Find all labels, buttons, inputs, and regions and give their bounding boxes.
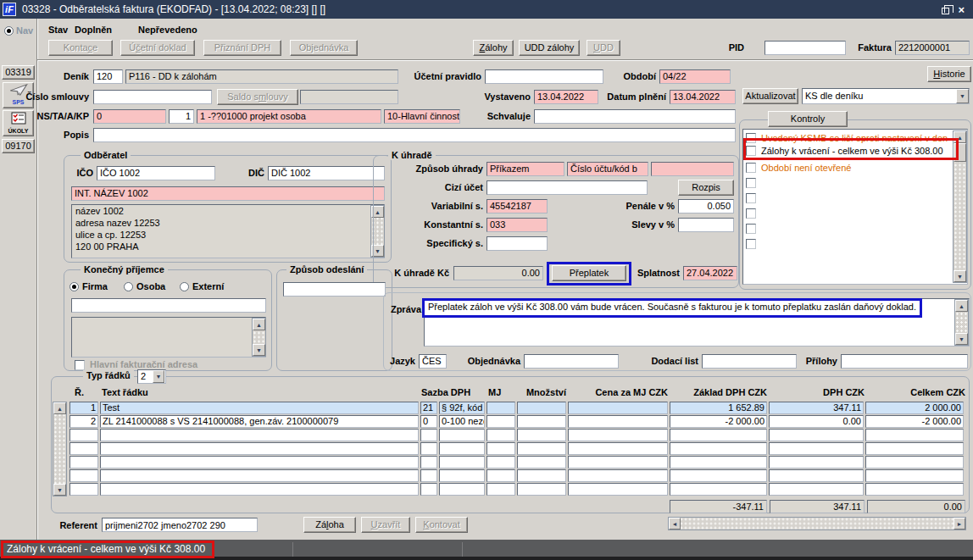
zpusob-uhrady-field[interactable]: Příkazem [486, 162, 564, 176]
pid-label: PID [719, 41, 744, 55]
zalohy-button[interactable]: Zálohy [473, 40, 514, 56]
penale-field[interactable]: 0.050 [678, 199, 734, 213]
aktualizovat-button[interactable]: Aktualizovat [742, 88, 798, 104]
kp-field[interactable]: 10-Hlavní činnost [384, 109, 460, 124]
scroll-down-icon[interactable]: ▼ [53, 484, 66, 496]
schvaluje-input[interactable] [534, 109, 736, 124]
obdobi-field[interactable]: 04/22 [659, 69, 731, 84]
restore-icon[interactable] [942, 4, 949, 15]
objednavka-input[interactable] [524, 354, 619, 369]
dodaci-list-input[interactable] [702, 354, 797, 369]
sidebar-button-03319[interactable]: 03319 [2, 65, 35, 80]
prilohy-input[interactable] [841, 354, 968, 369]
sidebar-button-09170[interactable]: 09170 [2, 139, 35, 153]
kontroly-item-1[interactable]: Uvedený KSMB se liší oproti nastavení v … [761, 132, 951, 144]
kontroly-checkbox-1[interactable] [746, 133, 756, 143]
chevron-down-icon[interactable]: ▼ [956, 89, 969, 103]
ks-dropdown[interactable]: KS dle deníku [802, 88, 970, 104]
kontroly-checkbox-3[interactable] [746, 163, 756, 173]
kontovat-button[interactable]: Kontovat [415, 517, 468, 533]
kontroly-button[interactable]: Kontroly [768, 111, 848, 127]
close-icon[interactable]: × [958, 4, 965, 15]
scroll-down-icon[interactable]: ▼ [954, 270, 966, 282]
scrollbar-thumb[interactable] [954, 143, 966, 162]
scroll-down-icon[interactable]: ▼ [253, 344, 265, 356]
scroll-right-icon[interactable]: ► [954, 518, 965, 530]
radio-externi-label[interactable]: Externí [192, 281, 224, 291]
jazyk-label: Jazyk [388, 354, 415, 369]
referent-input[interactable] [102, 518, 258, 532]
table-vscrollbar[interactable]: ▲ ▼ [53, 402, 67, 496]
specificky-input[interactable] [486, 236, 548, 251]
radio-osoba[interactable] [124, 282, 133, 291]
scroll-up-icon[interactable]: ▲ [253, 319, 265, 330]
vystaveno-field[interactable]: 13.04.2022 [534, 90, 598, 104]
radio-firma[interactable] [70, 282, 79, 291]
zpusob-odeslani-input[interactable] [283, 282, 386, 297]
table-row[interactable]: 1 Test 21 § 92f, kód 1- 1 652.89 347.11 … [70, 402, 964, 414]
table-row[interactable] [70, 429, 964, 441]
priznani-dph-button[interactable]: Přiznání DPH [203, 40, 281, 56]
table-row[interactable] [70, 469, 964, 482]
splatnost-field[interactable]: 27.04.2022 [683, 266, 737, 280]
table-hscrollbar[interactable]: ◄ ► [668, 517, 966, 530]
variabilni-field[interactable]: 45542187 [486, 199, 548, 213]
kontroly-item-3[interactable]: Období není otevřené [761, 162, 951, 174]
udd-button[interactable]: UDD [587, 40, 620, 56]
prijemce-name-input[interactable] [71, 298, 266, 313]
nav-radio[interactable] [4, 26, 14, 36]
hlavni-adresa-checkbox[interactable] [75, 360, 85, 370]
table-row[interactable]: 2 ZL 2141000088 s VS 2141000088, gen.záv… [70, 415, 964, 428]
preplatek-button[interactable]: Přeplatek [552, 265, 626, 281]
kontroly-checkbox-2[interactable] [746, 146, 756, 156]
table-row[interactable] [70, 456, 964, 469]
historie-button[interactable]: Historie [927, 66, 971, 82]
chevron-down-icon[interactable]: ▼ [153, 370, 164, 383]
kontroly-checkbox-6[interactable] [746, 208, 756, 219]
kontroly-checkbox-5[interactable] [746, 193, 756, 203]
scroll-up-icon[interactable]: ▲ [53, 402, 66, 414]
zaloha-button[interactable]: Záloha [303, 517, 356, 533]
kontroly-checkbox-7[interactable] [746, 224, 756, 234]
ucetni-doklad-button[interactable]: Účetní doklad [120, 40, 195, 56]
scroll-left-icon[interactable]: ◄ [669, 518, 681, 530]
zprava-textarea[interactable]: Přeplatek záloh ve výši Kč 308.00 vám bu… [424, 298, 970, 347]
radio-firma-label[interactable]: Firma [82, 281, 108, 291]
cislo-uctu-field[interactable] [651, 162, 734, 176]
kontroly-scrollbar[interactable]: ▲ ▼ [953, 130, 967, 283]
kontroly-checkbox-8[interactable] [746, 239, 756, 249]
scroll-up-icon[interactable]: ▲ [955, 300, 968, 312]
konstantni-field[interactable]: 033 [486, 218, 548, 232]
zprava-scrollbar[interactable]: ▲ ▼ [954, 299, 969, 346]
address-line: adresa nazev 12253 [72, 217, 384, 229]
radio-osoba-label[interactable]: Osoba [136, 281, 165, 291]
datum-plneni-field[interactable]: 13.04.2022 [670, 90, 736, 104]
kontace-button[interactable]: Kontace [48, 40, 113, 56]
scroll-up-icon[interactable]: ▲ [954, 131, 966, 143]
rozpis-button[interactable]: Rozpis [678, 180, 734, 196]
cislo-smlouvy-input[interactable] [93, 90, 212, 104]
jazyk-field[interactable]: ČES [419, 354, 447, 369]
cizi-ucet-input[interactable] [486, 180, 648, 195]
dic-field[interactable]: DIČ 1002 [268, 166, 385, 180]
kontroly-item-2[interactable]: Zálohy k vrácení - celkem ve výši Kč 308… [761, 145, 954, 157]
objednavka-button[interactable]: Objednávka [290, 40, 358, 56]
int-nazev-field[interactable]: INT. NÁZEV 1002 [71, 186, 385, 201]
table-row[interactable] [70, 442, 964, 455]
udd-zalohy-button[interactable]: UDD zálohy [519, 40, 580, 56]
ucetni-pravidlo-input[interactable] [485, 69, 603, 84]
denik-code-field[interactable]: 120 [93, 69, 123, 84]
ico-field[interactable]: IČO 1002 [97, 166, 215, 180]
popis-input[interactable] [93, 128, 736, 142]
radio-externi[interactable] [180, 282, 189, 291]
akce-field[interactable]: 1 -??01000 projekt osoba [197, 109, 381, 124]
slevy-input[interactable] [678, 218, 734, 232]
uzavrit-button[interactable]: Uzavřít [361, 517, 410, 533]
scroll-down-icon[interactable]: ▼ [955, 333, 968, 345]
kontroly-checkbox-4[interactable] [746, 178, 756, 188]
prijemce-scrollbar[interactable]: ▲ ▼ [252, 318, 266, 357]
ns-field[interactable]: 0 [93, 109, 166, 124]
saldo-smlouvy-button[interactable]: Saldo smlouvy [217, 89, 298, 105]
table-row[interactable] [70, 483, 964, 496]
ta-field[interactable]: 1 [169, 109, 194, 124]
